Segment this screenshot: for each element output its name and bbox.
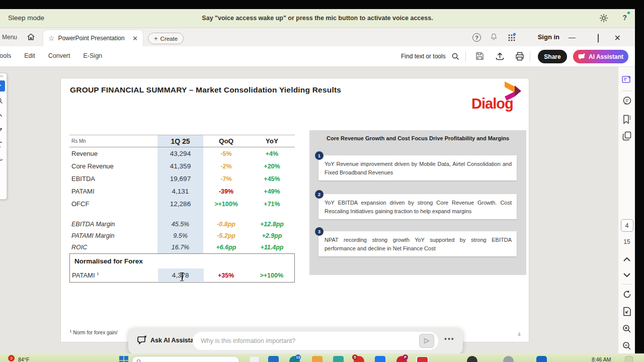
draw-tool-icon[interactable] xyxy=(0,124,5,135)
tools-menu[interactable]: Tools xyxy=(0,52,11,59)
rotate-page-icon[interactable] xyxy=(618,290,635,299)
total-pages-label: 15 xyxy=(618,238,635,245)
help-circle-icon[interactable]: ? xyxy=(472,33,481,42)
top-black-strip xyxy=(0,0,644,9)
share-button[interactable]: Share xyxy=(538,50,567,63)
restore-button[interactable] xyxy=(598,34,599,42)
taskbar-tray-icon[interactable] xyxy=(536,356,547,362)
voice-settings-gear-icon[interactable] xyxy=(599,13,609,23)
taskbar-tray-icon[interactable] xyxy=(503,356,514,362)
close-button[interactable]: ✕ xyxy=(614,33,621,43)
send-icon[interactable] xyxy=(419,334,434,348)
slide-page-number: 4 xyxy=(518,332,521,337)
more-options-icon[interactable]: ••• xyxy=(444,335,455,343)
comments-icon[interactable] xyxy=(618,96,635,106)
taskbar-app-icon[interactable] xyxy=(268,356,279,362)
taskbar-app-icon[interactable] xyxy=(333,356,344,362)
slide-title: GROUP FINANCIAL SUMMARY – Market Consoli… xyxy=(70,85,341,95)
table-row: EBITDA 19,697 -7% +45% xyxy=(69,172,295,185)
bookmarks-icon[interactable] xyxy=(618,115,635,124)
weather-alert-badge[interactable]: 3 xyxy=(8,355,15,361)
minimize-button[interactable]: — xyxy=(569,33,576,41)
taskbar-app-icon[interactable] xyxy=(417,357,428,362)
table-header-row: Rs Mn 1Q 25 QoQ YoY xyxy=(69,135,295,147)
voice-status-dot xyxy=(627,12,630,14)
right-tool-rail: 4 15 xyxy=(618,67,635,353)
highlights-panel: Core Revenue Growth and Cost Focus Drive… xyxy=(309,130,526,275)
financial-table: Rs Mn 1Q 25 QoQ YoY Revenue 43,294 -5% +… xyxy=(69,135,295,283)
slide-footnote: 1 Norm for forex gain/ xyxy=(69,329,118,335)
taskbar-app-icon[interactable] xyxy=(249,356,260,362)
select-tool-icon[interactable] xyxy=(0,80,5,92)
taskbar-tray-icon[interactable] xyxy=(467,356,477,362)
highlight-text-2: YoY EBITDA expansion driven by strong Co… xyxy=(325,199,512,215)
table-row-margin: EBITDA Margin 45.5% -0.8pp +12.8pp xyxy=(69,218,295,230)
signature-tool-icon[interactable] xyxy=(0,153,5,164)
bullet-number-3: 3 xyxy=(315,227,324,236)
drag-handle[interactable] xyxy=(0,75,3,77)
current-page-input[interactable]: 4 xyxy=(618,219,635,232)
home-icon[interactable] xyxy=(26,32,36,42)
apps-grid-icon[interactable] xyxy=(507,33,516,42)
notification-bell-icon[interactable] xyxy=(490,33,498,41)
show-desktop-button[interactable] xyxy=(625,356,633,362)
plus-icon: + xyxy=(154,35,158,42)
sign-in-button[interactable]: Sign in xyxy=(538,33,559,41)
slide-page[interactable]: GROUP FINANCIAL SUMMARY – Market Consoli… xyxy=(60,78,529,342)
right-black-strip xyxy=(635,9,644,353)
convert-menu[interactable]: Convert xyxy=(48,52,70,59)
ai-summary-icon[interactable] xyxy=(618,75,635,84)
document-tab[interactable]: ☆ PowerPoint Presentation ✕ xyxy=(43,30,143,46)
windows-start-icon[interactable] xyxy=(119,356,130,362)
taskbar-app-icon[interactable] xyxy=(312,356,323,362)
ai-assistant-label: AI Assistant xyxy=(589,53,623,60)
previous-page-icon[interactable] xyxy=(618,257,635,261)
highlight-text-1: YoY Revenue improvement driven by Mobile… xyxy=(325,160,512,176)
ask-ai-input[interactable] xyxy=(193,332,438,350)
print-icon[interactable] xyxy=(515,51,525,61)
col-header-yoy: YoY xyxy=(249,137,295,145)
highlight-tool-icon[interactable] xyxy=(0,110,5,121)
table-row-margin: ROIC 16.7% +6.6pp +11.4pp xyxy=(69,241,295,253)
pages-thumbnails-icon[interactable] xyxy=(618,131,635,141)
highlight-card-3: 3 NPAT recording strong growth YoY suppo… xyxy=(318,231,517,256)
menu-button[interactable]: Menu xyxy=(2,34,17,41)
screen: Sleep mode Say "voice access wake up" or… xyxy=(0,0,644,362)
taskbar-badge: P xyxy=(403,354,408,360)
table-row-margin: PATAMI Margin 9.5% -5.2pp +2.9pp xyxy=(69,230,295,241)
edit-menu[interactable]: Edit xyxy=(24,52,35,59)
search-icon[interactable] xyxy=(451,52,460,61)
ask-ai-assistant-bar: Ask AI Assistant ••• xyxy=(128,328,463,354)
esign-menu[interactable]: E-Sign xyxy=(84,52,103,59)
favorite-star-icon[interactable]: ☆ xyxy=(48,34,55,42)
app-tab-bar: Menu ☆ PowerPoint Presentation ✕ + Creat… xyxy=(0,28,635,46)
fit-page-icon[interactable] xyxy=(618,307,635,316)
taskbar-app-icon[interactable] xyxy=(375,356,385,362)
tab-close-icon[interactable]: ✕ xyxy=(132,35,138,42)
pdf-viewer-canvas: GROUP FINANCIAL SUMMARY – Market Consoli… xyxy=(0,67,635,353)
zoom-tool-icon[interactable] xyxy=(0,95,5,106)
ai-chat-icon xyxy=(578,53,586,60)
dialog-logo: Dialog xyxy=(469,81,526,116)
taskbar-badge: 5 xyxy=(352,354,358,360)
taskbar-search-box[interactable] xyxy=(132,356,239,362)
zoom-in-icon[interactable] xyxy=(618,324,635,333)
add-text-tool-icon[interactable] xyxy=(0,139,5,150)
table-row: PATAMI 4,131 -39% +49% xyxy=(69,185,295,198)
ai-assistant-button[interactable]: AI Assistant xyxy=(573,50,628,63)
unit-label: Rs Mn xyxy=(69,138,157,144)
save-icon[interactable] xyxy=(475,51,485,61)
next-page-icon[interactable] xyxy=(618,273,635,278)
taskbar-clock[interactable]: 8:46 AM xyxy=(592,356,611,362)
taskbar-temperature[interactable]: 84°F xyxy=(18,356,29,362)
bullet-number-2: 2 xyxy=(315,190,324,199)
create-button[interactable]: + Create xyxy=(148,33,184,44)
upload-share-icon[interactable] xyxy=(495,51,505,61)
find-text-label[interactable]: Find text or tools xyxy=(401,53,446,60)
voice-help-icon[interactable]: ? xyxy=(622,14,627,22)
highlight-card-2: 2 YoY EBITDA expansion driven by strong … xyxy=(318,194,517,219)
bullet-number-1: 1 xyxy=(315,151,324,160)
zoom-out-icon[interactable] xyxy=(618,341,635,350)
highlights-panel-title: Core Revenue Growth and Cost Focus Drive… xyxy=(321,135,514,142)
document-toolbar: Tools Edit Convert E-Sign Find text or t… xyxy=(0,46,635,67)
